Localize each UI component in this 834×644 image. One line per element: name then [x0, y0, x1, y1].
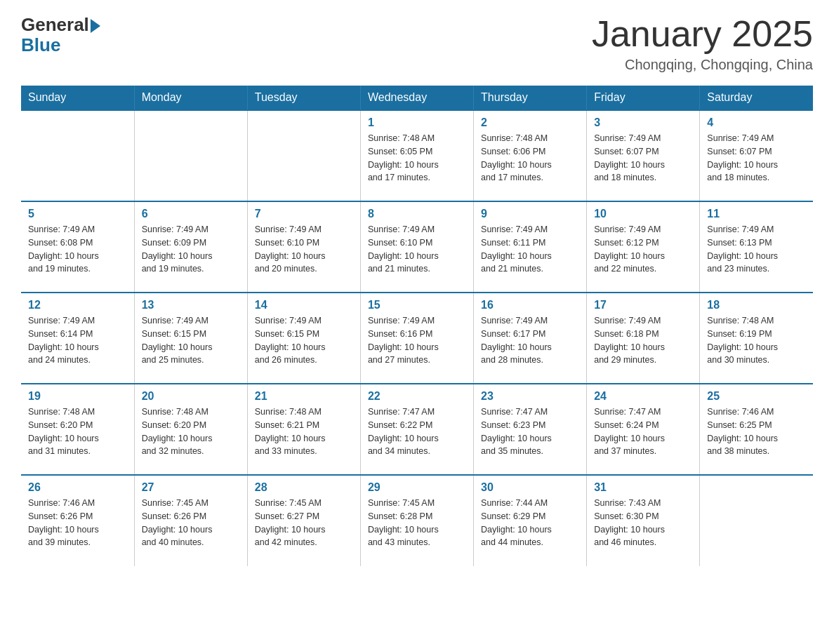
calendar-empty-cell [134, 110, 247, 201]
day-info: Sunrise: 7:45 AM Sunset: 6:27 PM Dayligh… [255, 497, 353, 549]
calendar-day-27: 27Sunrise: 7:45 AM Sunset: 6:26 PM Dayli… [134, 475, 247, 566]
calendar-day-2: 2Sunrise: 7:48 AM Sunset: 6:06 PM Daylig… [474, 110, 587, 201]
day-info: Sunrise: 7:44 AM Sunset: 6:29 PM Dayligh… [481, 497, 579, 549]
day-info: Sunrise: 7:45 AM Sunset: 6:26 PM Dayligh… [142, 497, 240, 549]
header-saturday: Saturday [700, 86, 813, 110]
calendar-day-4: 4Sunrise: 7:49 AM Sunset: 6:07 PM Daylig… [700, 110, 813, 201]
calendar-day-23: 23Sunrise: 7:47 AM Sunset: 6:23 PM Dayli… [474, 384, 587, 475]
day-info: Sunrise: 7:49 AM Sunset: 6:13 PM Dayligh… [707, 223, 806, 276]
calendar-empty-cell [21, 110, 134, 201]
logo-text-blue: Blue [21, 34, 100, 56]
day-info: Sunrise: 7:49 AM Sunset: 6:10 PM Dayligh… [255, 223, 353, 276]
calendar-day-24: 24Sunrise: 7:47 AM Sunset: 6:24 PM Dayli… [587, 384, 700, 475]
calendar-title: January 2025 [592, 14, 813, 54]
day-number: 2 [481, 116, 579, 129]
day-number: 12 [28, 299, 127, 311]
day-info: Sunrise: 7:49 AM Sunset: 6:12 PM Dayligh… [594, 223, 692, 276]
day-info: Sunrise: 7:48 AM Sunset: 6:05 PM Dayligh… [368, 132, 466, 185]
logo-arrow-icon [91, 19, 100, 33]
day-number: 20 [142, 390, 240, 403]
day-number: 24 [594, 390, 692, 403]
day-info: Sunrise: 7:49 AM Sunset: 6:14 PM Dayligh… [28, 314, 127, 367]
calendar-day-26: 26Sunrise: 7:46 AM Sunset: 6:26 PM Dayli… [21, 475, 134, 566]
calendar-day-28: 28Sunrise: 7:45 AM Sunset: 6:27 PM Dayli… [247, 475, 360, 566]
calendar-day-20: 20Sunrise: 7:48 AM Sunset: 6:20 PM Dayli… [134, 384, 247, 475]
day-number: 31 [594, 481, 692, 494]
day-number: 27 [142, 481, 240, 494]
calendar-week-row: 19Sunrise: 7:48 AM Sunset: 6:20 PM Dayli… [21, 384, 813, 475]
header-thursday: Thursday [474, 86, 587, 110]
header-sunday: Sunday [21, 86, 134, 110]
day-info: Sunrise: 7:49 AM Sunset: 6:11 PM Dayligh… [481, 223, 579, 276]
day-number: 26 [28, 481, 127, 494]
day-info: Sunrise: 7:47 AM Sunset: 6:24 PM Dayligh… [594, 405, 692, 458]
day-info: Sunrise: 7:49 AM Sunset: 6:15 PM Dayligh… [142, 314, 240, 367]
calendar-day-22: 22Sunrise: 7:47 AM Sunset: 6:22 PM Dayli… [360, 384, 473, 475]
calendar-header-row: SundayMondayTuesdayWednesdayThursdayFrid… [21, 86, 813, 110]
day-number: 16 [481, 299, 579, 311]
calendar-day-5: 5Sunrise: 7:49 AM Sunset: 6:08 PM Daylig… [21, 201, 134, 293]
calendar-day-25: 25Sunrise: 7:46 AM Sunset: 6:25 PM Dayli… [700, 384, 813, 475]
day-number: 23 [481, 390, 579, 403]
day-number: 28 [255, 481, 353, 494]
calendar-day-29: 29Sunrise: 7:45 AM Sunset: 6:28 PM Dayli… [360, 475, 473, 566]
calendar-day-18: 18Sunrise: 7:48 AM Sunset: 6:19 PM Dayli… [700, 293, 813, 384]
day-number: 19 [28, 390, 127, 403]
day-info: Sunrise: 7:49 AM Sunset: 6:16 PM Dayligh… [368, 314, 466, 367]
day-info: Sunrise: 7:49 AM Sunset: 6:15 PM Dayligh… [255, 314, 353, 367]
calendar-day-16: 16Sunrise: 7:49 AM Sunset: 6:17 PM Dayli… [474, 293, 587, 384]
day-info: Sunrise: 7:47 AM Sunset: 6:23 PM Dayligh… [481, 405, 579, 458]
day-number: 18 [707, 299, 806, 311]
calendar-week-row: 5Sunrise: 7:49 AM Sunset: 6:08 PM Daylig… [21, 201, 813, 293]
calendar-week-row: 1Sunrise: 7:48 AM Sunset: 6:05 PM Daylig… [21, 110, 813, 201]
calendar-day-30: 30Sunrise: 7:44 AM Sunset: 6:29 PM Dayli… [474, 475, 587, 566]
calendar-day-31: 31Sunrise: 7:43 AM Sunset: 6:30 PM Dayli… [587, 475, 700, 566]
page-header: General Blue January 2025 Chongqing, Cho… [21, 14, 813, 73]
calendar-day-21: 21Sunrise: 7:48 AM Sunset: 6:21 PM Dayli… [247, 384, 360, 475]
day-info: Sunrise: 7:49 AM Sunset: 6:07 PM Dayligh… [707, 132, 806, 185]
calendar-empty-cell [247, 110, 360, 201]
header-monday: Monday [134, 86, 247, 110]
day-info: Sunrise: 7:49 AM Sunset: 6:18 PM Dayligh… [594, 314, 692, 367]
day-number: 17 [594, 299, 692, 311]
day-number: 8 [368, 208, 466, 220]
day-info: Sunrise: 7:49 AM Sunset: 6:07 PM Dayligh… [594, 132, 692, 185]
calendar-day-9: 9Sunrise: 7:49 AM Sunset: 6:11 PM Daylig… [474, 201, 587, 293]
day-info: Sunrise: 7:46 AM Sunset: 6:25 PM Dayligh… [707, 405, 806, 458]
day-number: 3 [594, 116, 692, 129]
day-info: Sunrise: 7:48 AM Sunset: 6:20 PM Dayligh… [28, 405, 127, 458]
day-number: 11 [707, 208, 806, 220]
calendar-day-6: 6Sunrise: 7:49 AM Sunset: 6:09 PM Daylig… [134, 201, 247, 293]
calendar-day-19: 19Sunrise: 7:48 AM Sunset: 6:20 PM Dayli… [21, 384, 134, 475]
day-number: 29 [368, 481, 466, 494]
calendar-day-11: 11Sunrise: 7:49 AM Sunset: 6:13 PM Dayli… [700, 201, 813, 293]
day-number: 25 [707, 390, 806, 403]
day-number: 30 [481, 481, 579, 494]
day-info: Sunrise: 7:48 AM Sunset: 6:06 PM Dayligh… [481, 132, 579, 185]
title-area: January 2025 Chongqing, Chongqing, China [592, 14, 813, 73]
header-friday: Friday [587, 86, 700, 110]
calendar-day-14: 14Sunrise: 7:49 AM Sunset: 6:15 PM Dayli… [247, 293, 360, 384]
day-number: 9 [481, 208, 579, 220]
calendar-day-10: 10Sunrise: 7:49 AM Sunset: 6:12 PM Dayli… [587, 201, 700, 293]
calendar-day-17: 17Sunrise: 7:49 AM Sunset: 6:18 PM Dayli… [587, 293, 700, 384]
day-info: Sunrise: 7:48 AM Sunset: 6:20 PM Dayligh… [142, 405, 240, 458]
logo-text-general: General [21, 14, 89, 36]
day-number: 10 [594, 208, 692, 220]
logo: General Blue [21, 14, 100, 56]
day-info: Sunrise: 7:49 AM Sunset: 6:08 PM Dayligh… [28, 223, 127, 276]
day-info: Sunrise: 7:43 AM Sunset: 6:30 PM Dayligh… [594, 497, 692, 549]
calendar-week-row: 12Sunrise: 7:49 AM Sunset: 6:14 PM Dayli… [21, 293, 813, 384]
day-number: 21 [255, 390, 353, 403]
day-info: Sunrise: 7:49 AM Sunset: 6:10 PM Dayligh… [368, 223, 466, 276]
calendar-subtitle: Chongqing, Chongqing, China [592, 57, 813, 73]
day-number: 4 [707, 116, 806, 129]
calendar-day-7: 7Sunrise: 7:49 AM Sunset: 6:10 PM Daylig… [247, 201, 360, 293]
day-number: 13 [142, 299, 240, 311]
calendar-day-3: 3Sunrise: 7:49 AM Sunset: 6:07 PM Daylig… [587, 110, 700, 201]
day-info: Sunrise: 7:46 AM Sunset: 6:26 PM Dayligh… [28, 497, 127, 549]
calendar-day-12: 12Sunrise: 7:49 AM Sunset: 6:14 PM Dayli… [21, 293, 134, 384]
header-tuesday: Tuesday [247, 86, 360, 110]
day-info: Sunrise: 7:49 AM Sunset: 6:17 PM Dayligh… [481, 314, 579, 367]
calendar-day-8: 8Sunrise: 7:49 AM Sunset: 6:10 PM Daylig… [360, 201, 473, 293]
